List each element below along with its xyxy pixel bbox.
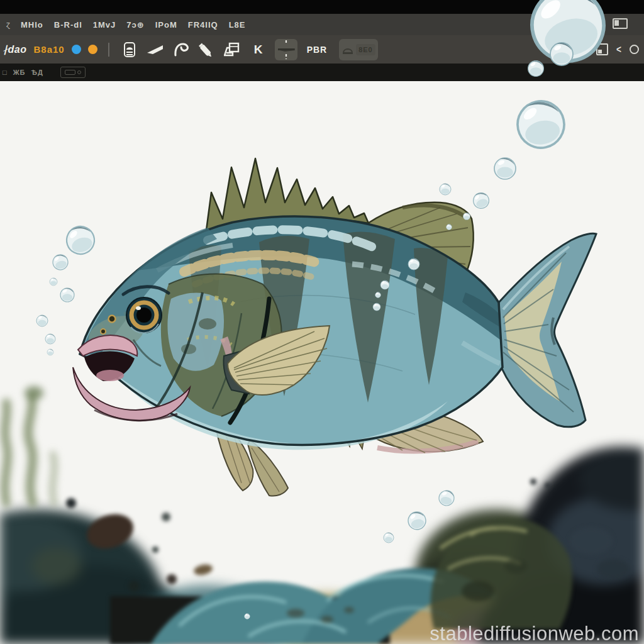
app-brand: ∤dao xyxy=(3,43,26,55)
marker-pen-icon xyxy=(197,40,216,59)
orange-color-swatch[interactable] xyxy=(88,45,97,54)
hook-pen-tool-button[interactable] xyxy=(172,39,191,60)
arrow-k-icon: K xyxy=(254,43,263,57)
flat-brush-icon xyxy=(147,44,164,55)
menu-item-1[interactable]: MHIo xyxy=(21,20,43,30)
menu-item-7[interactable]: L8E xyxy=(229,20,246,30)
group-garbled-label: 8E0 xyxy=(356,44,375,55)
status-item-1: □ xyxy=(3,69,8,76)
marker-pen-tool-button[interactable] xyxy=(197,39,216,60)
menu-item-2[interactable]: B-R-dl xyxy=(54,20,82,30)
screenshot-root: { "window": { "left_mark": "ɀ", "menu_it… xyxy=(0,0,644,644)
toolbar-right-icons: < xyxy=(596,35,644,64)
hook-pen-icon xyxy=(173,42,189,58)
status-bar: □ ЖБ ѢД xyxy=(0,64,644,81)
drawing-canvas[interactable]: stablediffusionweb.com xyxy=(0,81,644,644)
window-icon[interactable] xyxy=(613,18,628,29)
crosshair-icon xyxy=(276,39,296,60)
stamp-tool-button[interactable] xyxy=(120,39,139,60)
toolbar: ∤dao B8a10 xyxy=(0,35,644,64)
menu-item-5[interactable]: IPoM xyxy=(155,20,177,30)
chevron-left-icon[interactable]: < xyxy=(616,43,621,56)
toolbar-group-button[interactable]: 8E0 xyxy=(339,39,378,60)
crosshair-tool-button-active[interactable] xyxy=(275,39,297,60)
bubbles xyxy=(0,81,644,644)
capsule-icon xyxy=(65,70,75,75)
circle-icon[interactable] xyxy=(630,45,639,54)
dome-icon xyxy=(342,45,353,55)
toolbar-badge: B8a10 xyxy=(33,44,64,55)
dot-icon xyxy=(77,70,81,74)
status-outline-button[interactable] xyxy=(60,67,86,78)
window-titlebar xyxy=(0,0,644,14)
panel-icon[interactable] xyxy=(596,43,608,55)
stamp-icon xyxy=(124,42,135,57)
layers-icon xyxy=(224,42,242,58)
menu-item-6[interactable]: FR4IIQ xyxy=(188,20,218,30)
pbr-label: PBR xyxy=(307,45,328,55)
menu-item-3[interactable]: 1MvJ xyxy=(93,20,116,30)
flat-brush-tool-button[interactable] xyxy=(146,39,165,60)
arrow-tool-button[interactable]: K xyxy=(249,39,268,60)
menu-bar: ɀ MHIo B-R-dl 1MvJ 7ɔ⊕ IPoM FR4IIQ L8E xyxy=(0,14,644,35)
blue-color-swatch[interactable] xyxy=(72,45,81,54)
status-item-3[interactable]: ѢД xyxy=(31,69,43,76)
menu-item-4[interactable]: 7ɔ⊕ xyxy=(126,20,144,30)
status-item-2[interactable]: ЖБ xyxy=(13,69,26,76)
toolbar-separator xyxy=(108,43,109,57)
layers-tool-button[interactable] xyxy=(223,39,242,60)
watermark: stablediffusionweb.com xyxy=(430,623,639,644)
menu-left-mark: ɀ xyxy=(6,20,10,29)
